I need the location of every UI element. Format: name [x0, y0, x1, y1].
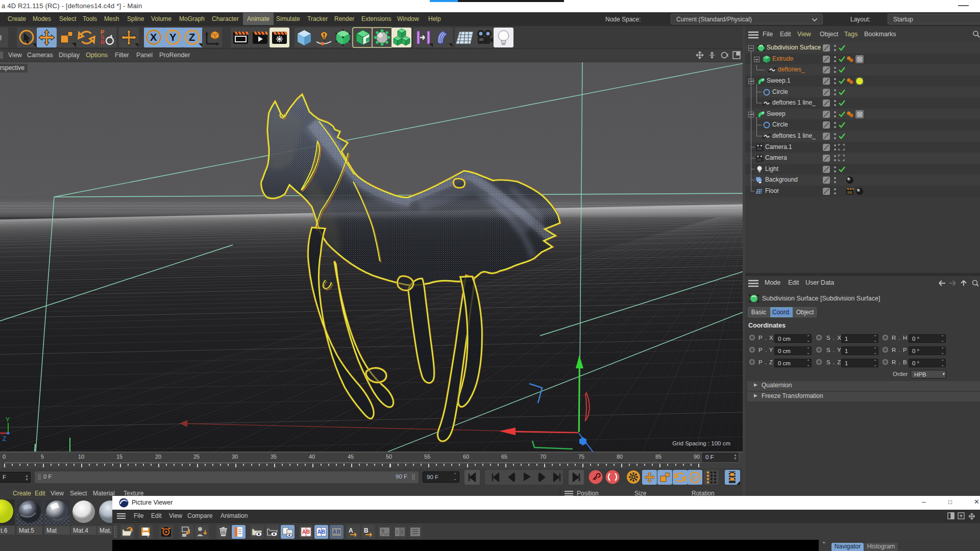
svg-text:Y: Y — [6, 416, 10, 423]
svg-text:R: R — [101, 39, 105, 45]
svg-text:B: B — [322, 529, 325, 535]
svg-text:Y: Y — [169, 32, 177, 43]
svg-text:A: A — [349, 527, 353, 534]
svg-text:P: P — [693, 474, 698, 482]
svg-text:A: A — [333, 529, 336, 535]
svg-text:B: B — [364, 527, 369, 534]
svg-text:B: B — [337, 529, 340, 535]
svg-text:X: X — [150, 32, 157, 43]
svg-text:Z: Z — [3, 435, 6, 442]
svg-text:A: A — [302, 529, 306, 535]
svg-text:A: A — [317, 529, 321, 535]
svg-text:B: B — [306, 529, 310, 535]
svg-text:?: ? — [146, 532, 150, 538]
svg-text:Z: Z — [189, 32, 195, 43]
